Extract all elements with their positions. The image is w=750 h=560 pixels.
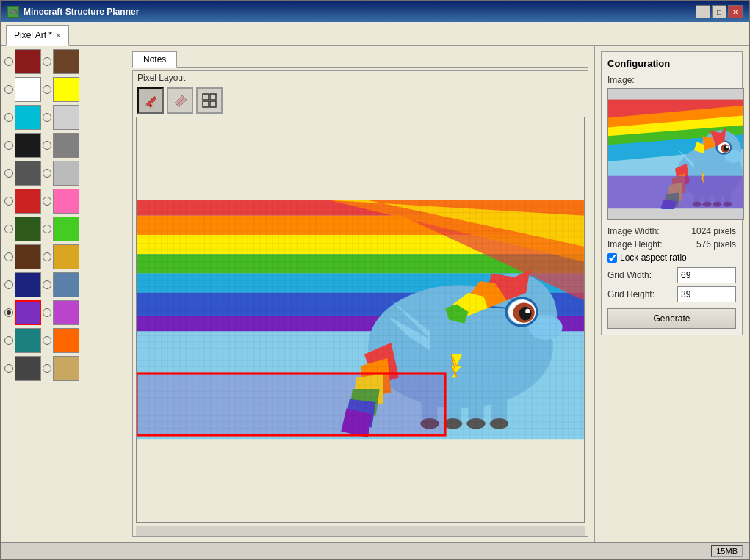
color-radio-0[interactable] [4, 57, 13, 66]
color-radio-6[interactable] [4, 225, 13, 233]
toolbar [133, 84, 588, 117]
color-swatch-18-selected[interactable] [15, 300, 41, 325]
pencil-tool-button[interactable] [137, 87, 164, 114]
pixel-canvas [137, 117, 584, 522]
list-item [4, 355, 123, 382]
svg-rect-161 [137, 374, 445, 435]
color-swatch-19[interactable] [53, 300, 79, 325]
image-height-row: Image Height: 576 pixels [607, 239, 736, 250]
eraser-tool-button[interactable] [167, 87, 193, 114]
grid-height-input[interactable] [677, 286, 736, 302]
eraser-icon [172, 92, 188, 109]
main-content: Notes Pixel Layout [1, 46, 749, 542]
list-item [4, 244, 123, 270]
color-swatch-12[interactable] [15, 217, 41, 241]
color-radio-1b[interactable] [43, 85, 51, 94]
color-radio-10b[interactable] [43, 336, 51, 345]
color-swatch-14[interactable] [15, 244, 41, 269]
image-width-label: Image Width: [607, 226, 660, 236]
svg-rect-5 [203, 94, 209, 100]
minimize-button[interactable]: − [696, 5, 710, 18]
select-tool-button[interactable] [196, 87, 223, 114]
color-radio-2b[interactable] [43, 113, 51, 122]
tab-close-icon[interactable]: ✕ [55, 32, 61, 40]
horizontal-scrollbar[interactable] [136, 526, 585, 536]
color-radio-11[interactable] [4, 364, 13, 373]
color-swatch-20[interactable] [15, 328, 41, 353]
color-swatch-11[interactable] [53, 189, 79, 214]
image-label-row: Image: [607, 75, 736, 85]
preview-svg [608, 99, 743, 209]
color-swatch-22[interactable] [15, 356, 41, 381]
notes-panel: Notes Pixel Layout [126, 46, 594, 542]
color-radio-1[interactable] [4, 85, 13, 94]
title-bar: 🎮 Minecraft Structure Planner − □ ✕ [1, 1, 749, 22]
close-button[interactable]: ✕ [728, 5, 743, 18]
tab-bar: Pixel Art * ✕ [1, 22, 749, 46]
color-radio-5b[interactable] [43, 197, 51, 206]
main-window: 🎮 Minecraft Structure Planner − □ ✕ Pixe… [0, 0, 750, 560]
tab-pixel-art[interactable]: Pixel Art * ✕ [6, 25, 69, 46]
color-swatch-10[interactable] [15, 189, 41, 214]
generate-button[interactable]: Generate [607, 308, 736, 329]
svg-point-176 [726, 146, 729, 148]
color-radio-11b[interactable] [43, 364, 51, 373]
grid-width-row: Grid Width: [607, 267, 736, 283]
grid-width-input[interactable] [677, 267, 736, 283]
tab-label: Pixel Art * [14, 30, 52, 40]
color-swatch-4[interactable] [15, 105, 41, 130]
app-icon: 🎮 [7, 6, 19, 18]
color-radio-9b[interactable] [43, 308, 51, 317]
color-radio-6b[interactable] [43, 225, 51, 233]
color-swatch-13[interactable] [53, 217, 79, 241]
color-radio-9[interactable] [4, 308, 13, 317]
color-radio-3b[interactable] [43, 141, 51, 150]
list-item [4, 76, 123, 103]
color-radio-7b[interactable] [43, 252, 51, 261]
maximize-button[interactable]: □ [712, 5, 726, 18]
svg-point-48 [490, 418, 508, 429]
color-radio-4[interactable] [4, 169, 13, 178]
list-item [4, 160, 123, 186]
list-item [4, 132, 123, 159]
right-panel: Configuration Image: [594, 46, 749, 542]
color-radio-0b[interactable] [43, 57, 51, 66]
color-swatch-8[interactable] [15, 161, 41, 186]
grid-height-row: Grid Height: [607, 286, 736, 302]
color-radio-8b[interactable] [43, 280, 51, 289]
svg-point-46 [444, 418, 462, 429]
color-swatch-5[interactable] [53, 105, 79, 130]
color-swatch-1[interactable] [53, 49, 79, 74]
color-swatch-16[interactable] [15, 272, 41, 297]
lock-aspect-label: Lock aspect ratio [620, 252, 687, 263]
lock-aspect-checkbox[interactable] [607, 253, 617, 263]
color-swatch-15[interactable] [53, 244, 79, 269]
color-swatch-6[interactable] [15, 133, 41, 158]
image-width-value: 1024 pixels [691, 226, 736, 236]
color-swatch-23[interactable] [53, 356, 79, 381]
main-area: Notes Pixel Layout [126, 46, 594, 542]
grid-height-label: Grid Height: [607, 289, 655, 299]
color-swatch-0[interactable] [15, 49, 41, 74]
color-radio-5[interactable] [4, 197, 13, 206]
color-swatch-21[interactable] [53, 328, 79, 353]
tab-notes[interactable]: Notes [132, 51, 177, 68]
svg-rect-8 [210, 101, 216, 107]
color-swatch-17[interactable] [53, 272, 79, 297]
color-radio-7[interactable] [4, 252, 13, 261]
color-radio-8[interactable] [4, 280, 13, 289]
color-radio-4b[interactable] [43, 169, 51, 178]
color-swatch-9[interactable] [53, 161, 79, 186]
list-item [4, 299, 123, 326]
grid-width-label: Grid Width: [607, 270, 652, 280]
color-radio-3[interactable] [4, 141, 13, 150]
canvas-container[interactable] [136, 117, 585, 523]
color-swatch-7[interactable] [53, 133, 79, 158]
image-height-value: 576 pixels [696, 239, 736, 250]
color-list [1, 46, 126, 542]
color-swatch-3[interactable] [53, 77, 79, 102]
color-radio-2[interactable] [4, 113, 13, 122]
color-swatch-2[interactable] [15, 77, 41, 102]
svg-rect-7 [203, 101, 209, 107]
color-radio-10[interactable] [4, 336, 13, 345]
